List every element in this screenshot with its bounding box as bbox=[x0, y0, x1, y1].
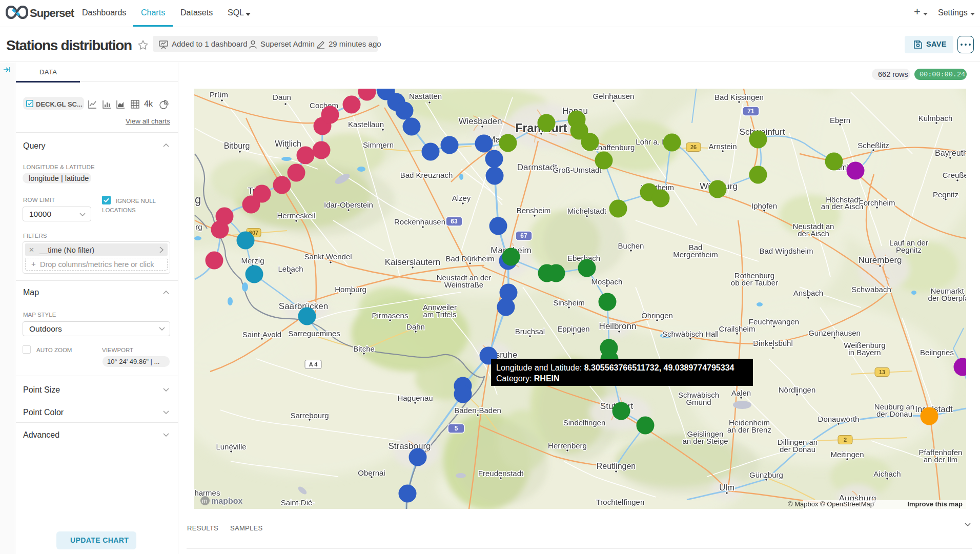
svg-text:Eppingen: Eppingen bbox=[557, 324, 589, 333]
svg-text:Aichach: Aichach bbox=[873, 469, 901, 478]
svg-text:Saint-Dié-: Saint-Dié- bbox=[281, 498, 315, 507]
svg-text:Ansbach: Ansbach bbox=[793, 289, 823, 297]
svg-text:an der Ilm: an der Ilm bbox=[924, 455, 958, 464]
svg-text:der Oberpfalz: der Oberpfalz bbox=[928, 294, 966, 302]
svg-text:Freudenstadt: Freudenstadt bbox=[478, 469, 524, 478]
svg-text:Lunéville: Lunéville bbox=[216, 442, 246, 451]
svg-text:Feuchtwangen: Feuchtwangen bbox=[749, 317, 799, 326]
svg-text:Haguenau: Haguenau bbox=[397, 394, 433, 402]
svg-text:Hermeskeil: Hermeskeil bbox=[277, 211, 315, 220]
svg-text:Scheßlitz: Scheßlitz bbox=[858, 141, 889, 150]
svg-text:63: 63 bbox=[451, 218, 458, 225]
svg-text:Beilngries: Beilngries bbox=[920, 348, 954, 357]
svg-text:© Mapbox © OpenStreetMap: © Mapbox © OpenStreetMap bbox=[788, 500, 874, 508]
svg-text:Iphofen: Iphofen bbox=[751, 201, 777, 210]
svg-text:Sindelfingen: Sindelfingen bbox=[563, 418, 606, 427]
svg-text:Buchen: Buchen bbox=[618, 241, 644, 250]
svg-text:Schwäbisch Hall: Schwäbisch Hall bbox=[662, 330, 719, 338]
svg-text:Baden-Baden: Baden-Baden bbox=[454, 406, 501, 415]
svg-text:am Trifels: am Trifels bbox=[423, 310, 456, 319]
svg-text:Herrenberg: Herrenberg bbox=[548, 441, 587, 450]
svg-text:Longitude and Latitude: 8.3055: Longitude and Latitude: 8.30556376651173… bbox=[496, 363, 734, 372]
svg-text:Kaiserslautern: Kaiserslautern bbox=[385, 257, 441, 267]
svg-text:Wiesbaden: Wiesbaden bbox=[458, 116, 502, 126]
svg-text:Günzburg: Günzburg bbox=[749, 470, 783, 479]
svg-text:Pirmasens: Pirmasens bbox=[372, 311, 409, 320]
svg-text:Nuremberg: Nuremberg bbox=[858, 255, 902, 265]
svg-text:71: 71 bbox=[747, 108, 754, 115]
svg-text:Bad Kissingen: Bad Kissingen bbox=[714, 93, 764, 101]
svg-text:Bad Kreuznach: Bad Kreuznach bbox=[400, 171, 453, 179]
svg-text:Donauwörth: Donauwörth bbox=[818, 415, 860, 423]
svg-text:Bayreuth: Bayreuth bbox=[935, 149, 966, 157]
svg-text:Gelnhausen: Gelnhausen bbox=[593, 92, 635, 100]
svg-text:Improve this map: Improve this map bbox=[907, 500, 963, 508]
svg-text:mapbox: mapbox bbox=[211, 497, 242, 505]
svg-text:Pegnitz: Pegnitz bbox=[896, 245, 922, 254]
svg-text:Simmern: Simmern bbox=[363, 140, 394, 149]
svg-text:der Aisch: der Aisch bbox=[798, 229, 829, 238]
svg-text:Bad Dürkheim: Bad Dürkheim bbox=[445, 254, 494, 263]
svg-text:Trochtelfingen: Trochtelfingen bbox=[596, 498, 645, 506]
svg-text:Category: RHEIN: Category: RHEIN bbox=[496, 374, 560, 383]
svg-text:an der Brenz: an der Brenz bbox=[727, 425, 771, 434]
svg-text:Nastätten: Nastätten bbox=[409, 92, 442, 100]
svg-text:Schwabach: Schwabach bbox=[851, 285, 891, 294]
svg-text:der Donau: der Donau bbox=[876, 409, 912, 418]
svg-text:Mergentheim: Mergentheim bbox=[673, 250, 718, 259]
svg-text:5: 5 bbox=[455, 425, 458, 432]
svg-text:in Bayern: in Bayern bbox=[848, 348, 881, 357]
svg-text:Creußen: Creußen bbox=[943, 171, 966, 179]
svg-text:Bruchsal: Bruchsal bbox=[515, 327, 545, 336]
svg-text:Forchheim: Forchheim bbox=[859, 198, 895, 207]
svg-text:der Donau: der Donau bbox=[780, 445, 815, 454]
svg-text:Prüm: Prüm bbox=[210, 90, 228, 99]
svg-text:Dahn: Dahn bbox=[406, 322, 425, 331]
svg-text:67: 67 bbox=[520, 232, 527, 239]
svg-text:Idar-Oberstein: Idar-Oberstein bbox=[324, 200, 373, 209]
svg-text:m: m bbox=[202, 497, 208, 505]
svg-text:Sinsheim: Sinsheim bbox=[553, 298, 585, 307]
svg-text:Sankt Wendel: Sankt Wendel bbox=[304, 252, 352, 261]
svg-text:Kastellaun: Kastellaun bbox=[348, 120, 384, 129]
svg-text:Michelstadt: Michelstadt bbox=[567, 207, 607, 215]
svg-text:an der Steige: an der Steige bbox=[682, 437, 728, 445]
svg-text:Ulm: Ulm bbox=[719, 483, 734, 493]
svg-text:Sarreguemines: Sarreguemines bbox=[288, 329, 340, 338]
svg-text:Alzey: Alzey bbox=[452, 194, 471, 202]
svg-text:Gmünd: Gmünd bbox=[686, 398, 711, 406]
svg-text:Weinstraße: Weinstraße bbox=[444, 280, 483, 289]
svg-text:Gunzenhausen: Gunzenhausen bbox=[808, 329, 861, 337]
svg-text:13: 13 bbox=[879, 369, 885, 375]
svg-text:2: 2 bbox=[844, 437, 847, 443]
svg-text:Pegnitz: Pegnitz bbox=[933, 190, 958, 199]
svg-text:g: g bbox=[195, 193, 201, 206]
svg-text:Arnstein: Arnstein bbox=[708, 142, 737, 151]
svg-text:Daun: Daun bbox=[273, 93, 291, 101]
svg-text:rg: rg bbox=[195, 222, 202, 231]
svg-text:ob der Tauber: ob der Tauber bbox=[731, 278, 778, 287]
svg-text:an der Aisch: an der Aisch bbox=[821, 202, 864, 211]
svg-text:Charmes: Charmes bbox=[194, 488, 220, 497]
svg-text:Bensheim: Bensheim bbox=[517, 206, 551, 215]
svg-text:Nördlingen: Nördlingen bbox=[779, 385, 816, 394]
svg-text:Strasbourg: Strasbourg bbox=[388, 441, 431, 451]
svg-text:Bitburg: Bitburg bbox=[224, 141, 250, 150]
svg-text:Öhringen: Öhringen bbox=[641, 311, 673, 320]
svg-text:Meitingen: Meitingen bbox=[830, 450, 864, 459]
svg-text:Dinkelsbühl: Dinkelsbühl bbox=[753, 339, 793, 347]
svg-text:A 4: A 4 bbox=[309, 361, 318, 367]
svg-text:Rockenhausen: Rockenhausen bbox=[394, 217, 445, 226]
svg-text:Groß-Umstadt: Groß-Umstadt bbox=[553, 166, 602, 174]
svg-text:Reutlingen: Reutlingen bbox=[597, 462, 636, 470]
svg-text:Aalen: Aalen bbox=[731, 388, 751, 397]
svg-text:Darmstadt: Darmstadt bbox=[517, 162, 558, 172]
svg-text:Heilbronn: Heilbronn bbox=[599, 321, 637, 331]
svg-text:Kulmbach: Kulmbach bbox=[918, 114, 953, 122]
svg-text:Bitche: Bitche bbox=[353, 344, 375, 353]
svg-text:26: 26 bbox=[690, 144, 697, 150]
svg-text:Merzig: Merzig bbox=[241, 256, 264, 265]
